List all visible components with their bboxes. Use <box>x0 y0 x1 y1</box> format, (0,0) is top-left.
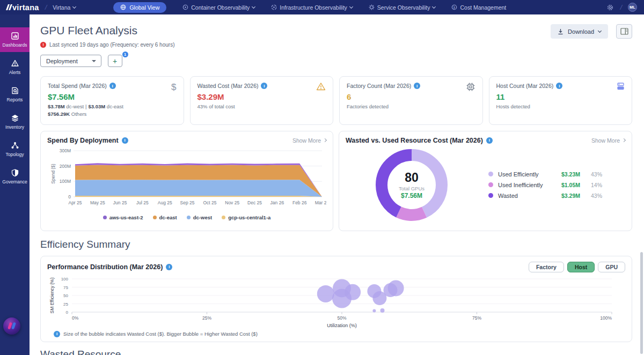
dashboards-icon <box>11 32 19 40</box>
chip-icon <box>466 82 475 94</box>
sidebar-item-dashboards[interactable]: Dashboards <box>0 27 30 52</box>
wasted-vs-used-panel: Wasted vs. Used Resource Cost (Mar 2026)… <box>339 131 632 231</box>
legend-item[interactable]: dc-east <box>153 215 177 220</box>
nav-item-container-observability[interactable]: Container Observability <box>182 4 255 11</box>
kpi-card-wasted-cost: Wasted Cost (Mar 2026)i $3.29M 43% of to… <box>190 76 334 125</box>
columns-layout-icon <box>620 28 628 35</box>
svg-text:Jan 26: Jan 26 <box>270 200 284 205</box>
svg-text:Oct 25: Oct 25 <box>203 200 216 205</box>
sidebar-item-inventory[interactable]: Inventory <box>0 109 30 134</box>
sidebar-item-reports[interactable]: Reports <box>0 82 30 107</box>
svg-text:25: 25 <box>63 301 68 306</box>
side-panel-toggle-button[interactable] <box>616 24 632 39</box>
legend-item[interactable]: aws-us-east-2 <box>103 215 143 220</box>
svg-text:0: 0 <box>68 194 71 199</box>
sync-alert-icon: ! <box>40 42 46 48</box>
svg-text:Mar 26: Mar 26 <box>315 200 326 205</box>
kpi-card-total-spend: Total Spend (Mar 2026)i $ $7.56M $3.78M … <box>40 76 184 125</box>
deployment-select-label: Deployment <box>46 58 78 64</box>
nav-item-service-observability[interactable]: Service Observability <box>369 4 436 11</box>
kpi-row: Total Spend (Mar 2026)i $ $7.56M $3.78M … <box>40 76 632 125</box>
info-icon[interactable]: i <box>109 83 116 89</box>
toggle-factory-button[interactable]: Factory <box>529 262 564 272</box>
svg-text:300M: 300M <box>60 148 71 153</box>
svg-text:SM Efficiency (%): SM Efficiency (%) <box>49 277 55 313</box>
section-title-wasted-resource: Wasted Resource <box>40 349 632 355</box>
add-filter-badge: 1 <box>122 51 128 57</box>
org-label: Virtana <box>53 4 70 11</box>
legend-item[interactable]: Used Efficiently$3.23M43% <box>488 171 602 178</box>
svg-text:May 25: May 25 <box>90 200 105 205</box>
toggle-gpu-button[interactable]: GPU <box>598 262 625 272</box>
spend-legend: aws-us-east-2 dc-east dc-west gcp-us-cen… <box>47 215 326 220</box>
global-view-label: Global View <box>129 4 159 11</box>
download-button[interactable]: Download <box>551 24 608 39</box>
info-icon: i <box>54 331 60 337</box>
svg-text:Feb 26: Feb 26 <box>292 200 307 205</box>
virtana-logo: virtana <box>7 3 39 12</box>
topology-icon <box>11 141 19 150</box>
legend-item[interactable]: Used Inefficiently$1.05M14% <box>488 182 602 188</box>
sidebar-item-topology[interactable]: Topology <box>0 137 30 161</box>
sidebar-item-governance[interactable]: Governance <box>0 164 30 189</box>
avatar[interactable]: ML <box>628 3 637 12</box>
info-icon[interactable]: i <box>486 137 493 144</box>
svg-text:100: 100 <box>61 277 69 282</box>
add-filter-button[interactable]: + <box>108 55 122 67</box>
section-title-efficiency: Efficiency Summary <box>40 239 632 250</box>
svg-text:Sep 25: Sep 25 <box>180 200 195 205</box>
global-view-button[interactable]: Global View <box>113 2 166 13</box>
report-search-icon <box>11 86 19 95</box>
svg-text:50%: 50% <box>337 315 346 321</box>
toggle-host-button[interactable]: Host <box>567 262 595 272</box>
show-more-link[interactable]: Show More <box>591 137 625 144</box>
org-selector[interactable]: Virtana <box>53 4 76 11</box>
gear-icon <box>606 4 614 11</box>
info-icon[interactable]: i <box>556 83 562 89</box>
chevron-down-icon <box>252 4 255 8</box>
legend-item[interactable]: gcp-us-central1-a <box>222 215 270 220</box>
info-icon[interactable]: i <box>166 264 172 270</box>
kpi-card-factory-count: Factory Count (Mar 2026)i 6 Factories de… <box>339 76 483 125</box>
legend-item[interactable]: dc-west <box>187 215 212 220</box>
svg-text:50: 50 <box>63 293 68 298</box>
divider: / <box>620 3 622 11</box>
kpi-value: 6 <box>347 92 475 101</box>
chevron-down-icon <box>349 4 353 8</box>
performance-distribution-panel: Performance Distribution (Mar 2026)i Fac… <box>40 256 632 342</box>
info-icon[interactable]: i <box>414 83 420 89</box>
deployment-select[interactable]: Deployment <box>40 55 101 67</box>
svg-text:Dec 25: Dec 25 <box>247 200 262 205</box>
svg-text:75: 75 <box>63 285 68 290</box>
settings-button[interactable] <box>606 4 614 11</box>
nav-item-cost-management[interactable]: $ Cost Management <box>451 4 506 11</box>
scrollbar-thumb[interactable] <box>640 252 643 354</box>
info-icon[interactable]: i <box>122 137 128 144</box>
assistant-orb[interactable] <box>3 317 20 335</box>
info-icon[interactable]: i <box>261 83 267 89</box>
main-content: GPU Fleet Analysis Download ! <box>30 14 644 355</box>
top-nav: virtana / Virtana Global View Container … <box>0 0 644 14</box>
bubble-chart-note: i Size of the bubble indicates Wasted Co… <box>47 331 625 337</box>
page-title: GPU Fleet Analysis <box>40 24 137 37</box>
svg-text:100M: 100M <box>60 179 71 184</box>
show-more-link[interactable]: Show More <box>292 137 326 144</box>
bubble-chart: 02550751000%25%50%75%100%Utilization (%)… <box>47 275 625 328</box>
service-observability-icon <box>369 4 375 10</box>
legend-item[interactable]: Wasted$3.29M43% <box>488 193 602 199</box>
shield-icon <box>11 168 19 177</box>
svg-text:Jun 25: Jun 25 <box>113 200 127 205</box>
chevron-down-icon <box>432 4 436 8</box>
svg-text:Nov 25: Nov 25 <box>225 200 239 205</box>
nav-item-infrastructure-observability[interactable]: Infrastructure Observability <box>271 4 352 11</box>
sidebar-item-alerts[interactable]: Alerts <box>0 55 30 79</box>
svg-text:200M: 200M <box>60 163 71 168</box>
chevron-down-icon <box>598 28 602 32</box>
kpi-value: $3.29M <box>197 92 326 101</box>
spend-by-deployment-panel: Spend By Deploymenti Show More 0100M200M… <box>40 131 333 231</box>
server-icon <box>617 82 625 93</box>
alert-triangle-icon <box>11 59 19 68</box>
download-icon <box>558 28 564 35</box>
svg-text:75%: 75% <box>472 315 481 321</box>
container-observability-icon <box>182 4 188 10</box>
